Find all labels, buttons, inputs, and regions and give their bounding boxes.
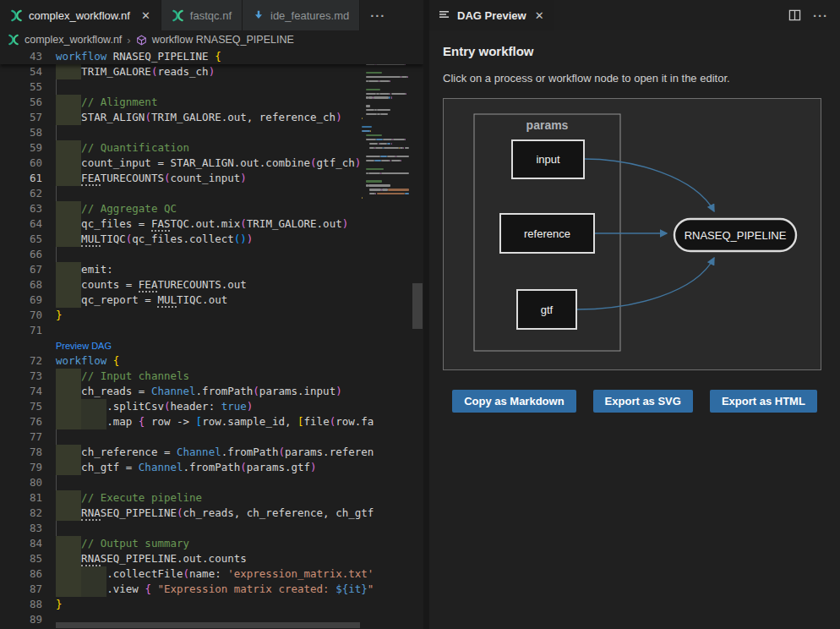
dag-node-input[interactable]: input: [512, 140, 584, 178]
nextflow-icon: [10, 9, 23, 22]
line-number: 77: [0, 429, 42, 445]
code-editor[interactable]: 43workflow RNASEQ_PIPELINE { 54 TRIM_GAL…: [0, 49, 423, 629]
line-number: 83: [0, 521, 42, 536]
code-line[interactable]: 69 qc_report = MULTIQC.out: [0, 293, 423, 308]
line-number: 72: [0, 353, 42, 369]
dag-node-reference[interactable]: reference: [500, 214, 594, 253]
code-line[interactable]: 85 RNASEQ_PIPELINE.out.counts: [0, 551, 423, 566]
vscode-window: complex_workflow.nf ✕ fastqc.nf: [0, 0, 840, 629]
dag-node-label: reference: [524, 227, 570, 240]
code-line[interactable]: 77: [0, 429, 423, 445]
panel-tab-label: DAG Preview: [457, 9, 526, 22]
code-line[interactable]: 73 // Input channels: [0, 369, 423, 384]
line-number: 70: [0, 308, 42, 323]
dag-node-RNASEQ_PIPELINE[interactable]: RNASEQ_PIPELINE: [674, 219, 796, 251]
nextflow-icon: [8, 34, 19, 46]
code-line[interactable]: 64 qc_files = FASTQC.out.mix(TRIM_GALORE…: [0, 216, 423, 232]
line-number: 81: [0, 490, 42, 506]
line-number: 89: [0, 612, 42, 627]
line-number: 78: [0, 445, 42, 460]
code-line[interactable]: 71: [0, 323, 423, 338]
code-line[interactable]: 54 TRIM_GALORE(reads_ch): [0, 64, 423, 79]
export-as-svg-button[interactable]: Export as SVG: [593, 390, 693, 413]
code-line[interactable]: 81 // Execute pipeline: [0, 490, 423, 506]
line-number: 57: [0, 110, 42, 125]
breadcrumb: complex_workflow.nf › workflow RNASEQ_PI…: [0, 30, 423, 49]
dag-diagram: paramsinputreferencegtfRNASEQ_PIPELINE: [443, 98, 821, 370]
line-number: 64: [0, 216, 42, 232]
code-line[interactable]: 58: [0, 125, 423, 140]
line-number: 80: [0, 475, 42, 490]
code-line[interactable]: 70}: [0, 308, 423, 323]
code-lens-line[interactable]: Preview DAG: [0, 338, 423, 353]
editor-panel-sash[interactable]: [423, 0, 429, 629]
horizontal-scrollbar[interactable]: [56, 622, 360, 628]
preview-list-icon: [439, 10, 450, 20]
code-line[interactable]: 86 .collectFile(name: 'expression_matrix…: [0, 566, 423, 582]
code-line[interactable]: 76 .map { row -> [row.sample_id, [file(r…: [0, 414, 423, 429]
breadcrumb-file[interactable]: complex_workflow.nf: [25, 34, 122, 46]
line-number: 85: [0, 551, 42, 566]
close-icon[interactable]: ✕: [141, 9, 150, 22]
code-line[interactable]: 63 // Aggregate QC: [0, 201, 423, 216]
close-icon[interactable]: ✕: [535, 9, 544, 22]
code-line[interactable]: 56 // Alignment: [0, 95, 423, 110]
code-line[interactable]: 57 STAR_ALIGN(TRIM_GALORE.out, reference…: [0, 110, 423, 125]
copy-as-markdown-button[interactable]: Copy as Markdown: [452, 390, 575, 413]
sticky-scroll-line[interactable]: 43workflow RNASEQ_PIPELINE {: [0, 49, 423, 64]
dag-svg: paramsinputreferencegtfRNASEQ_PIPELINE: [444, 99, 821, 369]
line-number: 79: [0, 460, 42, 475]
code-lens-link[interactable]: Preview DAG: [56, 341, 112, 351]
line-number: 74: [0, 384, 42, 399]
line-number: 67: [0, 262, 42, 277]
code-line[interactable]: 88}: [0, 597, 423, 612]
dag-edge-gtf-to-RNASEQ_PIPELINE: [576, 258, 714, 309]
code-line[interactable]: 61 FEATURECOUNTS(count_input): [0, 171, 423, 186]
tab-complex-workflow[interactable]: complex_workflow.nf ✕: [0, 0, 161, 30]
code-line[interactable]: 79 ch_gtf = Channel.fromPath(params.gtf): [0, 460, 423, 475]
code-line[interactable]: 67 emit:: [0, 262, 423, 277]
editor-group: complex_workflow.nf ✕ fastqc.nf: [0, 0, 423, 629]
code-line[interactable]: 83: [0, 521, 423, 536]
line-number: 68: [0, 277, 42, 293]
code-line[interactable]: 84 // Output summary: [0, 536, 423, 551]
line-number: 61: [0, 171, 42, 186]
line-number: 58: [0, 125, 42, 140]
tab-dag-preview[interactable]: DAG Preview ✕: [429, 0, 554, 30]
tab-label: ide_features.md: [270, 9, 349, 22]
code-line[interactable]: 65 MULTIQC(qc_files.collect()): [0, 232, 423, 247]
dag-node-label: RNASEQ_PIPELINE: [685, 229, 787, 242]
code-line[interactable]: 55: [0, 79, 423, 95]
code-line[interactable]: 87 .view { "Expression matrix created: $…: [0, 582, 423, 597]
vertical-scrollbar[interactable]: [412, 283, 423, 329]
tab-fastqc[interactable]: fastqc.nf: [161, 0, 243, 30]
code-line[interactable]: 82 RNASEQ_PIPELINE(ch_reads, ch_referenc…: [0, 506, 423, 521]
code-line[interactable]: 74 ch_reads = Channel.fromPath(params.in…: [0, 384, 423, 399]
tab-overflow-button[interactable]: ···: [360, 0, 395, 30]
code-line[interactable]: 72workflow {: [0, 353, 423, 369]
tab-ide-features[interactable]: ide_features.md: [243, 0, 360, 30]
code-line[interactable]: 60 count_input = STAR_ALIGN.out.combine(…: [0, 156, 423, 171]
minimap[interactable]: [362, 50, 411, 629]
code-line[interactable]: 75 .splitCsv(header: true): [0, 399, 423, 414]
code-lines: 54 TRIM_GALORE(reads_ch)5556 // Alignmen…: [0, 64, 423, 627]
tab-label: complex_workflow.nf: [29, 9, 130, 22]
code-line[interactable]: 80: [0, 475, 423, 490]
line-number: 65: [0, 232, 42, 247]
code-line[interactable]: 59 // Quantification: [0, 140, 423, 156]
more-actions-icon[interactable]: ···: [813, 8, 828, 23]
dag-node-gtf[interactable]: gtf: [517, 290, 576, 329]
code-line[interactable]: 78 ch_reference = Channel.fromPath(param…: [0, 445, 423, 460]
export-as-html-button[interactable]: Export as HTML: [710, 390, 817, 413]
line-number: 56: [0, 95, 42, 110]
code-line[interactable]: 62: [0, 186, 423, 201]
breadcrumb-separator: ›: [127, 34, 130, 46]
code-line[interactable]: 68 counts = FEATURECOUNTS.out: [0, 277, 423, 293]
breadcrumb-symbol[interactable]: workflow RNASEQ_PIPELINE: [152, 34, 294, 46]
line-number: 63: [0, 201, 42, 216]
dag-node-label: gtf: [541, 304, 554, 316]
code-line[interactable]: 66: [0, 247, 423, 262]
line-number: 62: [0, 186, 42, 201]
split-editor-icon[interactable]: [788, 9, 801, 21]
code-line[interactable]: 43workflow RNASEQ_PIPELINE {: [0, 49, 423, 64]
